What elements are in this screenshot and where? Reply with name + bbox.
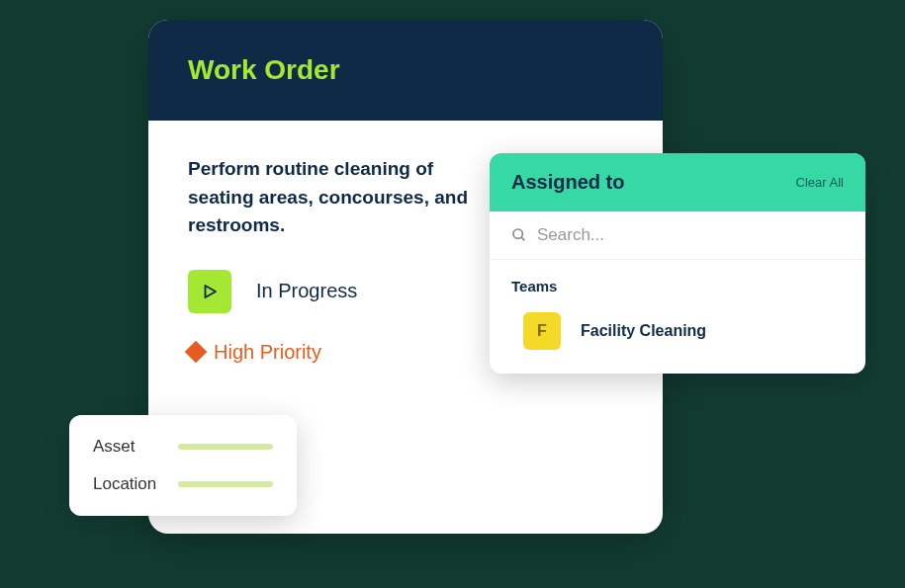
location-label: Location — [93, 474, 164, 494]
team-name: Facility Cleaning — [581, 322, 706, 340]
asset-label: Asset — [93, 437, 164, 457]
svg-point-0 — [513, 229, 522, 238]
location-row: Location — [93, 474, 273, 494]
clear-all-button[interactable]: Clear All — [796, 175, 844, 190]
meta-card: Asset Location — [69, 415, 297, 516]
search-row — [490, 211, 865, 260]
diamond-icon — [185, 341, 208, 364]
location-placeholder-bar — [178, 481, 273, 487]
assigned-header: Assigned to Clear All — [490, 153, 865, 211]
work-order-title: Work Order — [188, 54, 623, 86]
teams-label: Teams — [511, 278, 844, 294]
assigned-title: Assigned to — [511, 171, 624, 194]
search-input[interactable] — [537, 225, 844, 245]
status-badge — [188, 270, 231, 313]
asset-row: Asset — [93, 437, 273, 457]
team-avatar: F — [523, 312, 561, 350]
status-label: In Progress — [256, 280, 357, 302]
teams-section: Teams F Facility Cleaning — [490, 260, 865, 374]
team-row[interactable]: F Facility Cleaning — [511, 312, 844, 350]
assigned-card: Assigned to Clear All Teams F Facility C… — [490, 153, 865, 374]
search-icon — [511, 227, 527, 243]
priority-label: High Priority — [214, 341, 321, 364]
play-icon — [201, 283, 219, 300]
work-order-description: Perform routine cleaning of seating area… — [188, 155, 485, 240]
work-order-header: Work Order — [148, 20, 663, 121]
svg-line-1 — [521, 237, 524, 240]
asset-placeholder-bar — [178, 444, 273, 450]
